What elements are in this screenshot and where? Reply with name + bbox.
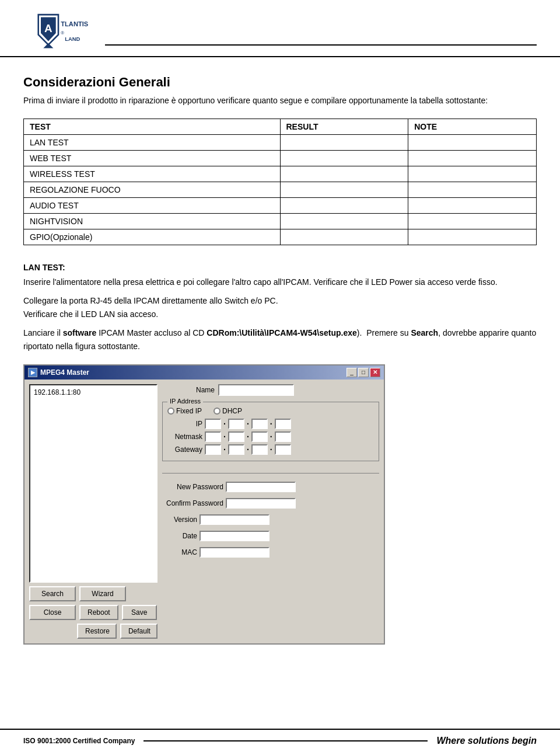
button-row-1: Search Wizard xyxy=(29,586,158,601)
device-list[interactable]: 192.168.1.1:80 xyxy=(29,384,158,583)
header-line xyxy=(105,44,537,46)
name-row: Name xyxy=(162,384,379,396)
gw-octet2[interactable] xyxy=(228,444,244,455)
window-icon: ▶ xyxy=(28,368,37,377)
table-cell-1-0: WEB TEST xyxy=(24,151,281,166)
nm-dot1: · xyxy=(223,432,226,441)
footer: ISO 9001:2000 Certified Company Where so… xyxy=(0,729,560,752)
table-cell-5-0: NIGHTVISION xyxy=(24,214,281,229)
search-button[interactable]: Search xyxy=(29,586,76,601)
netmask-octet4[interactable] xyxy=(275,431,291,442)
gw-dot3: · xyxy=(270,445,272,454)
confirm-password-label: Confirm Password xyxy=(162,499,223,507)
netmask-octet3[interactable] xyxy=(251,431,268,442)
svg-marker-6 xyxy=(43,43,53,48)
fixed-ip-label: Fixed IP xyxy=(176,407,202,415)
confirm-password-input[interactable] xyxy=(226,498,296,509)
nm-dot2: · xyxy=(247,432,249,441)
table-cell-5-2 xyxy=(408,214,537,229)
table-row: NIGHTVISION xyxy=(24,214,537,229)
maximize-button[interactable]: □ xyxy=(358,368,369,377)
reboot-button[interactable]: Reboot xyxy=(79,605,118,620)
left-panel: 192.168.1.1:80 Search Wizard Close Reboo… xyxy=(29,384,158,639)
table-cell-6-0: GPIO(Opzionale) xyxy=(24,229,281,245)
ip-group-title: IP Address xyxy=(167,398,203,405)
logo-area: A TLANTIS ® LAND xyxy=(23,11,93,51)
table-cell-0-1 xyxy=(280,135,408,151)
confirm-password-row: Confirm Password xyxy=(162,498,379,509)
fixed-ip-radio[interactable]: Fixed IP xyxy=(167,407,202,415)
version-label: Version xyxy=(162,516,197,524)
netmask-octet1[interactable] xyxy=(205,431,221,442)
window-titlebar: ▶ MPEG4 Master _ □ ✕ xyxy=(24,365,384,380)
table-cell-2-2 xyxy=(408,166,537,182)
netmask-row: Netmask · · · xyxy=(167,431,374,442)
mac-input[interactable] xyxy=(200,547,270,558)
save-button[interactable]: Save xyxy=(122,605,157,620)
table-row: AUDIO TEST xyxy=(24,198,537,214)
window-body: 192.168.1.1:80 Search Wizard Close Reboo… xyxy=(24,380,384,643)
header: A TLANTIS ® LAND xyxy=(0,0,560,57)
intro-text: Prima di inviare il prodotto in riparazi… xyxy=(23,95,537,107)
wizard-button[interactable]: Wizard xyxy=(79,586,126,601)
minimize-button[interactable]: _ xyxy=(346,368,357,377)
name-label: Name xyxy=(162,386,215,394)
titlebar-left: ▶ MPEG4 Master xyxy=(28,368,89,377)
table-cell-4-0: AUDIO TEST xyxy=(24,198,281,214)
ip-octet2[interactable] xyxy=(228,419,244,429)
ip-dot3: · xyxy=(270,419,272,429)
ip-label: IP xyxy=(167,420,202,428)
table-cell-0-2 xyxy=(408,135,537,151)
close-button[interactable]: Close xyxy=(29,605,76,620)
svg-text:®: ® xyxy=(61,30,64,36)
table-cell-4-2 xyxy=(408,198,537,214)
ip-address-group: IP Address Fixed IP DHCP xyxy=(162,402,379,461)
restore-button[interactable]: Restore xyxy=(77,624,117,639)
nm-dot3: · xyxy=(270,432,272,441)
table-cell-1-1 xyxy=(280,151,408,166)
svg-text:A: A xyxy=(44,22,52,34)
device-item[interactable]: 192.168.1.1:80 xyxy=(33,388,154,397)
radio-row: Fixed IP DHCP xyxy=(167,407,374,415)
gw-dot1: · xyxy=(223,445,226,454)
ip-octet4[interactable] xyxy=(275,419,291,429)
page-wrapper: A TLANTIS ® LAND Considerazioni Generali… xyxy=(0,0,560,752)
ip-octet3[interactable] xyxy=(251,419,268,429)
name-input[interactable] xyxy=(218,384,294,396)
version-input[interactable] xyxy=(200,514,270,525)
dhcp-label: DHCP xyxy=(222,407,242,415)
col-header-note: NOTE xyxy=(408,119,537,135)
mpeg4-window: ▶ MPEG4 Master _ □ ✕ 192.168.1.1:80 xyxy=(23,364,385,645)
table-cell-6-1 xyxy=(280,229,408,245)
dhcp-radio[interactable]: DHCP xyxy=(214,407,242,415)
col-header-test: TEST xyxy=(24,119,281,135)
default-button[interactable]: Default xyxy=(120,624,158,639)
gw-octet3[interactable] xyxy=(251,444,268,455)
logo: A TLANTIS ® LAND xyxy=(23,11,93,51)
gateway-row: Gateway · · · xyxy=(167,444,374,455)
date-input[interactable] xyxy=(200,531,270,541)
ip-octet1[interactable] xyxy=(205,419,221,429)
table-cell-0-0: LAN TEST xyxy=(24,135,281,151)
footer-slogan: Where solutions begin xyxy=(436,736,537,746)
netmask-octet2[interactable] xyxy=(228,431,244,442)
table-cell-6-2 xyxy=(408,229,537,245)
ip-dot2: · xyxy=(247,419,249,429)
radio-circle-dhcp xyxy=(214,408,220,415)
window-controls: _ □ ✕ xyxy=(346,368,380,377)
new-password-label: New Password xyxy=(162,483,223,491)
footer-certified: ISO 9001:2000 Certified Company xyxy=(23,737,135,745)
ip-dot1: · xyxy=(223,419,226,429)
ip-row: IP · · · xyxy=(167,419,374,429)
table-row: REGOLAZIONE FUOCO xyxy=(24,182,537,198)
window-close-button[interactable]: ✕ xyxy=(370,368,380,377)
version-row: Version xyxy=(162,514,379,525)
table-cell-5-1 xyxy=(280,214,408,229)
button-row-2: Close Reboot Save xyxy=(29,605,158,620)
gw-octet1[interactable] xyxy=(205,444,221,455)
lan-test-para3: Lanciare il software IPCAM Master acclus… xyxy=(23,326,537,353)
gw-octet4[interactable] xyxy=(275,444,291,455)
table-row: LAN TEST xyxy=(24,135,537,151)
date-row: Date xyxy=(162,531,379,541)
new-password-input[interactable] xyxy=(226,482,296,492)
